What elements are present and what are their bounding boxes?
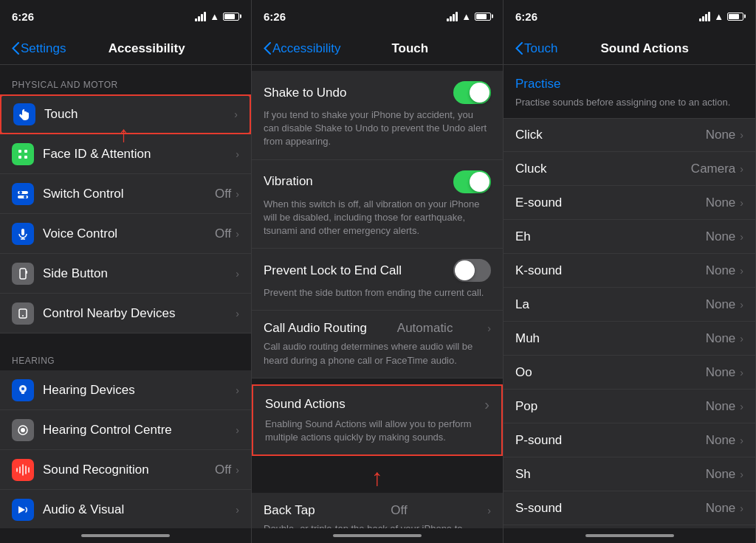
- callaudio-title: Call Audio Routing: [264, 321, 367, 336]
- sound-label-8: Pop: [515, 399, 706, 414]
- svg-rect-0: [18, 150, 21, 153]
- sound-row-muh[interactable]: MuhNone›: [504, 322, 755, 356]
- svg-rect-8: [21, 229, 24, 235]
- touch-item-backtap[interactable]: Back Tap Off › Double- or triple-tap the…: [252, 493, 503, 528]
- sound-chevron-6: ›: [740, 333, 743, 345]
- nav-header-2: Accessibility Touch: [252, 32, 503, 65]
- shake-desc: If you tend to shake your iPhone by acci…: [264, 108, 491, 149]
- sound-value-11: None: [706, 501, 736, 516]
- sound-label-4: K-sound: [515, 263, 706, 278]
- sound-value-7: None: [706, 365, 736, 380]
- vibration-title: Vibration: [264, 174, 313, 189]
- status-time-1: 6:26: [12, 10, 34, 23]
- audiovisual-chevron: ›: [236, 504, 239, 516]
- sound-row-cluck[interactable]: CluckCamera›: [504, 152, 755, 186]
- sound-row-la[interactable]: LaNone›: [504, 288, 755, 322]
- list-item-switchcontrol[interactable]: Switch Control Off ›: [0, 174, 251, 214]
- list-item-audiovisual[interactable]: Audio & Visual ›: [0, 490, 251, 528]
- sound-row-p-sound[interactable]: P-soundNone›: [504, 423, 755, 457]
- list-item-faceid[interactable]: Face ID & Attention ›: [0, 134, 251, 174]
- svg-point-15: [21, 387, 24, 390]
- status-icons-1: ▲: [195, 11, 239, 22]
- touch-chevron: ›: [234, 108, 238, 120]
- list-item-touch[interactable]: Touch ›: [0, 94, 251, 134]
- hearingdevices-icon: [12, 379, 34, 401]
- sound-label-6: Muh: [515, 331, 706, 346]
- svg-rect-2: [18, 156, 21, 159]
- practise-desc: Practise sounds before assigning one to …: [515, 96, 743, 109]
- list-item-controlnearby[interactable]: Control Nearby Devices ›: [0, 294, 251, 333]
- practise-title: Practise: [515, 77, 743, 91]
- section-physical: PHYSICAL AND MOTOR: [0, 65, 251, 94]
- sound-chevron-9: ›: [740, 435, 743, 446]
- sound-row-k-sound[interactable]: K-soundNone›: [504, 254, 755, 288]
- panel-accessibility: 6:26 ▲ Settings Accessibility PHYSICAL A…: [0, 0, 252, 543]
- wifi-icon-3: ▲: [714, 11, 724, 22]
- sound-value-1: Camera: [691, 162, 735, 176]
- backtap-value: Off: [391, 503, 407, 518]
- sound-row-eh[interactable]: EhNone›: [504, 220, 755, 254]
- touch-item-callaudio[interactable]: Call Audio Routing Automatic › Call audi…: [252, 311, 503, 378]
- sound-row-oo[interactable]: OoNone›: [504, 356, 755, 390]
- sound-value-2: None: [706, 196, 736, 210]
- soundactions-title: Sound Actions: [265, 397, 346, 412]
- sound-label-9: P-sound: [515, 433, 706, 448]
- list-item-hearingdevices[interactable]: Hearing Devices ›: [0, 370, 251, 410]
- preventlock-toggle[interactable]: [453, 259, 491, 282]
- status-icons-2: ▲: [447, 11, 491, 22]
- svg-point-14: [22, 315, 24, 317]
- sound-label-0: Click: [515, 128, 706, 142]
- sound-label-5: La: [515, 297, 706, 312]
- panel-touch: 6:26 ▲ Accessibility Touch: [252, 0, 504, 543]
- sound-label-10: Sh: [515, 467, 706, 482]
- list-item-soundrecog[interactable]: Sound Recognition Off ›: [0, 450, 251, 490]
- status-bar-2: 6:26 ▲: [252, 0, 503, 32]
- switchcontrol-value: Off: [215, 187, 231, 201]
- sound-row-sh[interactable]: ShNone›: [504, 457, 755, 491]
- hearingcontrol-label: Hearing Control Centre: [43, 423, 236, 437]
- svg-point-17: [21, 428, 25, 432]
- sound-actions-list: Practise Practise sounds before assignin…: [504, 65, 755, 528]
- list-item-hearingcontrol[interactable]: Hearing Control Centre ›: [0, 410, 251, 450]
- shake-toggle[interactable]: [453, 81, 491, 104]
- callaudio-chevron: ›: [487, 322, 491, 334]
- back-button-settings[interactable]: Settings: [12, 41, 66, 56]
- vibration-toggle[interactable]: [453, 170, 491, 193]
- svg-rect-1: [24, 150, 27, 153]
- panel-sound-actions: 6:26 ▲ Touch Sound Actions Practise P: [504, 0, 756, 543]
- back-button-touch[interactable]: Touch: [515, 41, 557, 56]
- sound-label-7: Oo: [515, 365, 706, 380]
- sound-row-pop[interactable]: PopNone›: [504, 390, 755, 423]
- sound-value-3: None: [706, 229, 736, 244]
- sound-row-s-sound[interactable]: S-soundNone›: [504, 491, 755, 525]
- back-button-accessibility[interactable]: Accessibility: [264, 41, 341, 56]
- switchcontrol-label: Switch Control: [43, 187, 215, 201]
- faceid-label: Face ID & Attention: [43, 147, 236, 162]
- sound-value-4: None: [706, 263, 736, 278]
- backtap-desc: Double- or triple-tap the back of your i…: [264, 522, 491, 528]
- callaudio-desc: Call audio routing determines where audi…: [264, 340, 491, 367]
- status-bar-3: 6:26 ▲: [504, 0, 755, 32]
- nav-title-3: Sound Actions: [557, 41, 732, 56]
- controlnearby-icon: [12, 302, 34, 325]
- sound-value-9: None: [706, 433, 736, 448]
- status-time-2: 6:26: [264, 10, 286, 23]
- sound-row-e-sound[interactable]: E-soundNone›: [504, 186, 755, 220]
- sound-chevron-5: ›: [740, 299, 743, 311]
- backtap-title: Back Tap: [264, 503, 315, 518]
- sound-row-click[interactable]: ClickNone›: [504, 118, 755, 152]
- sound-chevron-11: ›: [740, 502, 743, 514]
- status-bar-1: 6:26 ▲: [0, 0, 251, 32]
- touch-item-soundactions[interactable]: Sound Actions › Enabling Sound Actions w…: [252, 384, 503, 456]
- soundrecog-label: Sound Recognition: [43, 463, 215, 477]
- sound-chevron-4: ›: [740, 265, 743, 277]
- battery-icon-2: [475, 13, 491, 21]
- list-item-sidebutton[interactable]: Side Button ›: [0, 254, 251, 294]
- signal-icon-3: [699, 12, 710, 21]
- preventlock-desc: Prevent the side button from ending the …: [264, 286, 491, 300]
- audiovisual-icon: [12, 499, 34, 521]
- signal-icon: [195, 12, 206, 21]
- list-item-voicecontrol[interactable]: Voice Control Off ›: [0, 214, 251, 254]
- battery-icon: [223, 13, 239, 21]
- svg-rect-12: [26, 271, 27, 274]
